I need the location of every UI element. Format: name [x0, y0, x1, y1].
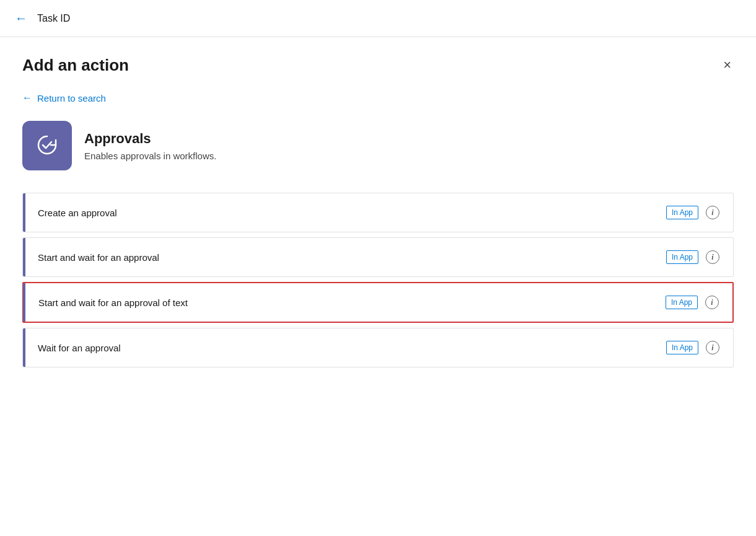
- action-right: In App i: [666, 249, 721, 265]
- panel-title: Add an action: [22, 56, 129, 75]
- info-icon: i: [706, 206, 719, 219]
- action-right: In App i: [666, 204, 721, 221]
- in-app-badge: In App: [666, 296, 698, 309]
- close-icon: ×: [723, 58, 731, 72]
- section-header: Add an action ×: [22, 56, 734, 75]
- info-icon: i: [706, 341, 719, 354]
- action-label: Wait for an approval: [38, 343, 121, 353]
- action-list: Create an approval In App i Start and wa…: [22, 193, 734, 372]
- close-button[interactable]: ×: [721, 56, 734, 74]
- action-right: In App i: [666, 340, 721, 356]
- app-text: Approvals Enables approvals in workflows…: [84, 131, 216, 161]
- info-button[interactable]: i: [705, 249, 721, 265]
- app-description: Enables approvals in workflows.: [84, 151, 216, 161]
- return-to-search-link[interactable]: ← Return to search: [22, 92, 734, 103]
- info-button[interactable]: i: [705, 340, 721, 356]
- action-item-create-approval[interactable]: Create an approval In App i: [22, 193, 734, 232]
- info-button[interactable]: i: [704, 294, 720, 310]
- info-button[interactable]: i: [705, 204, 721, 221]
- header-title: Task ID: [37, 13, 70, 24]
- back-arrow-icon: ←: [15, 11, 27, 25]
- in-app-badge: In App: [666, 341, 698, 354]
- info-icon: i: [706, 250, 719, 264]
- info-icon: i: [705, 296, 719, 309]
- action-item-start-wait-approval[interactable]: Start and wait for an approval In App i: [22, 237, 734, 277]
- header-back-button[interactable]: ←: [12, 9, 30, 28]
- app-icon: [22, 121, 72, 170]
- action-label: Start and wait for an approval: [38, 252, 159, 263]
- in-app-badge: In App: [666, 206, 698, 219]
- panel-container: ← Task ID Add an action × ← Return to se…: [0, 0, 756, 536]
- main-content: Add an action × ← Return to search: [0, 37, 756, 536]
- action-item-wait-approval[interactable]: Wait for an approval In App i: [22, 328, 734, 367]
- return-to-search-label: Return to search: [37, 93, 106, 103]
- in-app-badge: In App: [666, 250, 698, 264]
- app-name: Approvals: [84, 131, 216, 147]
- action-label: Start and wait for an approval of text: [38, 297, 188, 308]
- action-item-start-wait-approval-text[interactable]: Start and wait for an approval of text I…: [22, 282, 734, 323]
- action-right: In App i: [666, 294, 720, 310]
- action-label: Create an approval: [38, 208, 117, 218]
- header: ← Task ID: [0, 0, 756, 37]
- approvals-icon-svg: [33, 131, 61, 160]
- app-info: Approvals Enables approvals in workflows…: [22, 121, 734, 170]
- return-arrow-icon: ←: [22, 92, 32, 103]
